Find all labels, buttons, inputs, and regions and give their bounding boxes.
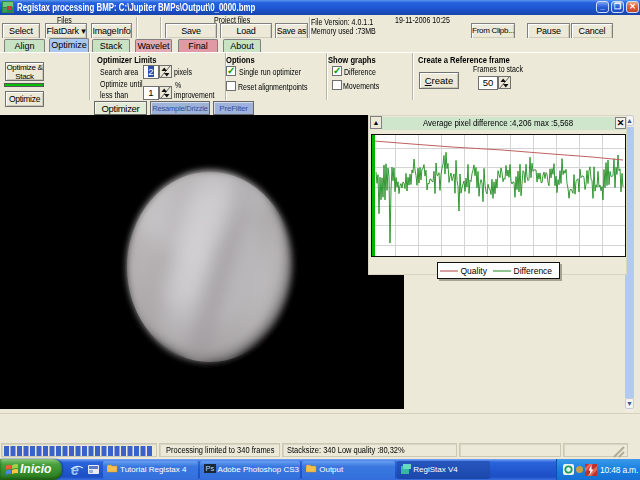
svg-text:e: e [71, 463, 79, 477]
svg-text:Quality: Quality [461, 266, 488, 276]
svg-text:Difference: Difference [514, 266, 553, 276]
